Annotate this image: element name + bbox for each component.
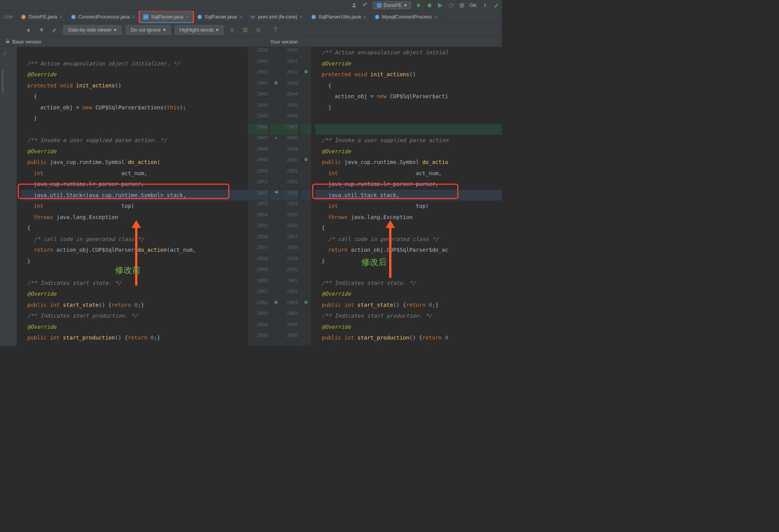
line-number: 2865 — [281, 321, 298, 333]
svg-point-1 — [428, 3, 431, 7]
gutter-icon-cell — [301, 201, 311, 212]
code-line: java.util.Stack<java_cup.runtime.Symbol>… — [21, 190, 248, 201]
stop-icon[interactable] — [459, 2, 465, 8]
gutter-icon-cell — [301, 234, 311, 245]
code-line: public java_cup.runtime.Symbol do_actio — [315, 157, 502, 168]
next-diff-icon[interactable] — [37, 25, 46, 35]
code-line: return action_obj.CUP$SqlParser$do_ac — [315, 244, 502, 256]
tab-connectprocessor-java[interactable]: CConnectProcessor.java× — [67, 11, 140, 23]
code-line: /** Invoke a user supplied parse action.… — [21, 135, 248, 146]
code-line: { — [21, 223, 248, 234]
code-line: /* call code in generated class */ — [21, 234, 248, 245]
left-code[interactable]: /** Action encapsulation object initiali… — [17, 47, 248, 346]
line-number: 2864 — [248, 321, 268, 333]
project-path-gutter: 11/fe — [0, 15, 17, 19]
line-number: 2866 — [281, 332, 298, 343]
file-icon: J — [21, 14, 26, 20]
coverage-icon[interactable] — [437, 2, 443, 8]
svg-rect-9 — [143, 14, 149, 20]
code-line: /* call code in generated class */ — [315, 234, 502, 245]
close-icon[interactable]: × — [186, 14, 189, 20]
code-line: public java_cup.runtime.Symbol do_action… — [21, 157, 248, 168]
gutter-icon-cell — [301, 179, 311, 190]
code-line: throws java.lang.Exception — [21, 212, 248, 223]
help-icon[interactable]: ? — [271, 25, 280, 35]
code-line: return action_obj.CUP$SqlParser$do_actio… — [21, 244, 248, 256]
gutter-icon-cell — [271, 332, 281, 343]
ignore-mode-dropdown[interactable]: Do not ignore▾ — [125, 25, 171, 35]
tab-label: SqlParser.java — [151, 14, 183, 20]
code-line: { — [21, 91, 248, 102]
code-line: } — [21, 256, 248, 267]
line-number: 2848 — [248, 146, 268, 157]
profile-icon[interactable] — [448, 2, 454, 8]
chevron-down-icon: ▾ — [216, 27, 219, 33]
code-line: public int start_state() {return 0;} — [315, 299, 502, 311]
right-code[interactable]: /** Action encapsulation object initial … — [311, 47, 502, 346]
line-number: 2858 — [281, 244, 298, 256]
edit-icon[interactable] — [50, 25, 59, 35]
tab-label: DorisFE.java — [28, 14, 57, 20]
tab-sqlparserutils-java[interactable]: CSqlParserUtils.java× — [307, 11, 371, 23]
close-icon[interactable]: × — [132, 14, 135, 20]
gutter-icon-cell — [301, 124, 311, 135]
close-icon[interactable]: × — [363, 14, 366, 20]
tab-sqlparser-java[interactable]: CSqlParser.java× — [193, 11, 247, 23]
tab-dorisfe-java[interactable]: JDorisFE.java× — [17, 11, 67, 23]
gutter-icon-cell — [271, 91, 281, 102]
svg-rect-2 — [438, 3, 439, 8]
close-icon[interactable]: × — [299, 14, 303, 20]
tab-pom-xml-fe-core-[interactable]: mpom.xml (fe-core)× — [247, 11, 307, 23]
gutter-icon-cell — [271, 190, 281, 201]
tab-mysqlconnectprocess[interactable]: CMysqlConnectProcess× — [371, 11, 442, 23]
gutter-icon-cell — [301, 310, 311, 321]
collapse-icon[interactable] — [227, 25, 237, 35]
gutter-icon-cell — [301, 223, 311, 234]
run-config-dropdown[interactable]: DorisFE ▾ — [373, 1, 411, 9]
gutter-icon-cell — [301, 58, 311, 69]
right-code-pane: /** Action encapsulation object initial … — [311, 47, 502, 346]
user-icon[interactable] — [351, 2, 357, 8]
git-update-icon[interactable] — [482, 2, 488, 8]
gutter-icon-cell — [301, 113, 311, 124]
line-number: 2846 — [248, 124, 268, 135]
debug-icon[interactable] — [426, 2, 433, 8]
close-icon[interactable]: × — [59, 14, 62, 20]
gutter-icon-cell: » — [271, 135, 281, 146]
line-number: 2842 — [281, 69, 298, 80]
gutter-icon-cell — [301, 80, 311, 91]
close-icon[interactable]: × — [434, 14, 437, 20]
line-number: 2850 — [248, 168, 268, 179]
sync-scroll-icon[interactable] — [241, 25, 250, 35]
gutter-icon-cell — [271, 58, 281, 69]
tab-label: pom.xml (fe-core) — [258, 14, 298, 20]
file-icon: C — [197, 14, 202, 20]
prev-diff-icon[interactable] — [24, 25, 33, 35]
tab-label: SqlParserUtils.java — [319, 14, 361, 20]
line-number: 2841 — [281, 58, 298, 69]
line-number: 2863 — [248, 310, 268, 321]
gutter-icon-cell — [271, 212, 281, 223]
svg-rect-18 — [246, 28, 247, 32]
hammer-icon[interactable] — [362, 2, 368, 8]
left-code-pane: /** Action encapsulation object initiali… — [17, 47, 248, 346]
code-line: /** Indicates start production. */ — [21, 310, 248, 321]
line-number: 2859 — [248, 266, 268, 278]
tab-sqlparser-java[interactable]: SqlParser.java× — [139, 11, 193, 23]
close-icon[interactable]: × — [239, 14, 242, 20]
line-number: 2847 — [248, 135, 268, 146]
editor-tabs: 11/fe JDorisFE.java×CConnectProcessor.ja… — [0, 11, 502, 23]
gutter-icon-cell — [271, 157, 281, 168]
line-number: 2845 — [281, 102, 298, 113]
git-commit-icon[interactable] — [493, 2, 499, 8]
gear-icon[interactable] — [254, 25, 263, 35]
viewer-mode-dropdown[interactable]: Side-by-side viewer▾ — [63, 25, 122, 35]
gutter-icon-cell — [271, 234, 281, 245]
highlight-mode-dropdown[interactable]: Highlight words▾ — [175, 25, 224, 35]
run-icon[interactable] — [416, 2, 422, 8]
gutter-icon-cell — [301, 146, 311, 157]
code-line — [21, 47, 248, 58]
line-number: 2849 — [248, 157, 268, 168]
code-line: action_obj = new CUP$SqlParser$acti — [315, 91, 502, 102]
code-line: protected void init_actions() — [315, 69, 502, 80]
